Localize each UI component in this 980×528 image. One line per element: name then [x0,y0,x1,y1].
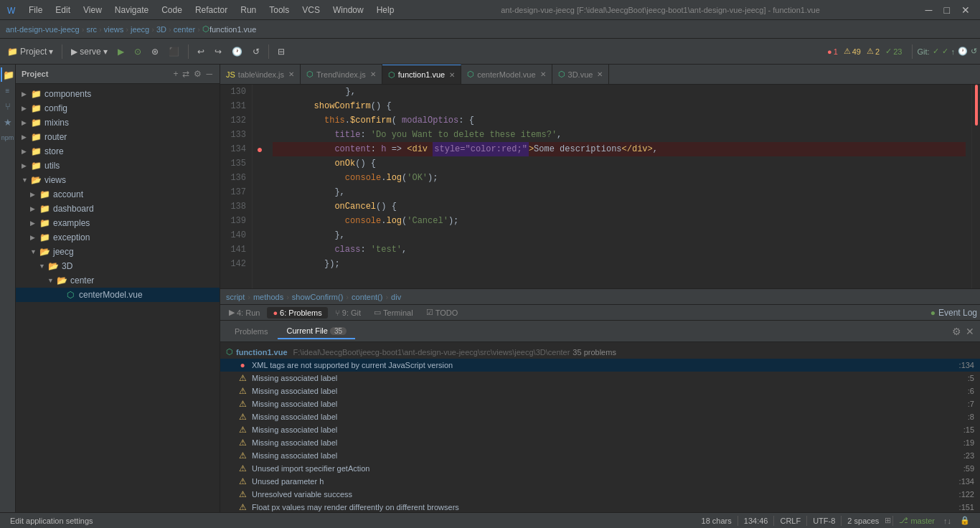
history-button[interactable]: 🕐 [227,44,247,60]
minimize-button[interactable]: ─ [921,3,937,17]
bottom-tab-run[interactable]: ▶ 4: Run [223,306,265,319]
menu-tools[interactable]: Tools [263,4,295,16]
status-settings[interactable]: Edit application settings [6,517,98,525]
problems-tab-all[interactable]: Problems [226,324,276,339]
problems-tab-current[interactable]: Current File 35 [278,324,355,339]
status-git-branch[interactable]: ⎇ master [895,516,939,525]
panel-add-button[interactable]: + [171,67,179,80]
problem-item-label1[interactable]: ⚠ Missing associated label :5 [220,372,980,385]
status-line-ending[interactable]: CRLF [776,517,805,525]
tree-item-components[interactable]: ▶ 📁 components [16,87,220,101]
menu-run[interactable]: Run [235,4,262,16]
status-lock-icon[interactable]: 🔒 [956,516,974,525]
problem-item-param-h[interactable]: ⚠ Unused parameter h :134 [220,475,980,488]
close-button[interactable]: ✕ [957,3,974,17]
problem-item-label4[interactable]: ⚠ Missing associated label :8 [220,410,980,423]
coverage-button[interactable]: ⊛ [147,44,163,60]
status-indent[interactable]: 2 spaces [843,517,883,525]
sidebar-icon-project[interactable]: 📁 [1,67,15,82]
menu-help[interactable]: Help [371,4,400,16]
maximize-button[interactable]: □ [940,3,954,17]
sidebar-icon-git[interactable]: ⑂ [1,99,15,113]
menu-code[interactable]: Code [156,4,188,16]
problem-item-float[interactable]: ⚠ Float px values may render differently… [220,501,980,512]
sidebar-icon-favorites[interactable]: ★ [1,115,15,129]
breadcrumb-item-2[interactable]: src [86,25,97,34]
problem-item-label5[interactable]: ⚠ Missing associated label :15 [220,423,980,436]
problem-item-xml[interactable]: ● XML tags are not supported by current … [220,359,980,372]
undo-button[interactable]: ↩ [193,44,209,60]
tree-item-center[interactable]: ▼ 📂 center [16,273,220,288]
sidebar-icon-structure[interactable]: ≡ [1,83,15,98]
bottom-tab-git[interactable]: ⑂ 9: Git [329,307,367,319]
tree-item-examples[interactable]: ▶ 📁 examples [16,216,220,230]
tab-close-4[interactable]: ✕ [540,70,546,78]
problems-close-icon[interactable]: ✕ [966,326,974,337]
tab-3d[interactable]: ⬡ 3D.vue ✕ [552,65,610,85]
split-horizontal[interactable]: ⊟ [273,44,289,60]
project-dropdown[interactable]: 📁 Project ▾ [3,44,57,60]
tree-item-exception[interactable]: ▶ 📁 exception [16,230,220,245]
status-chars[interactable]: 18 chars [697,517,736,525]
breadcrumb-item-1[interactable]: ant-design-vue-jeecg [6,25,80,34]
panel-minimize-button[interactable]: ─ [204,67,214,80]
menu-vcs[interactable]: VCS [296,4,326,16]
code-editor[interactable]: 130 131 132 133 134 135 136 137 138 139 … [220,85,980,288]
problem-item-success[interactable]: ⚠ Unresolved variable success :122 [220,488,980,501]
bottom-tab-todo[interactable]: ☑ TODO [420,306,464,319]
error-count[interactable]: ● 1 [827,47,838,56]
bottom-tab-terminal[interactable]: ▭ Terminal [368,306,419,319]
menu-file[interactable]: File [23,4,48,16]
debug-button[interactable]: ⊙ [130,44,146,60]
warning-count-2[interactable]: ⚠ 2 [867,47,880,56]
menu-view[interactable]: View [77,4,108,16]
breadcrumb-item-7[interactable]: function1.vue [209,25,256,34]
status-encoding[interactable]: UTF-8 [809,517,839,525]
tab-close-1[interactable]: ✕ [288,70,294,78]
warning-count[interactable]: ⚠ 49 [844,47,861,56]
stop-button[interactable]: ⬛ [164,44,184,60]
menu-navigate[interactable]: Navigate [109,4,154,16]
event-log-btn[interactable]: ● Event Log [930,308,977,318]
tree-item-centermodel[interactable]: ⬡ centerModel.vue [16,288,220,302]
redo-button[interactable]: ↪ [210,44,226,60]
tree-item-3d[interactable]: ▼ 📂 3D [16,259,220,273]
breadcrumb-item-4[interactable]: jeecg [131,25,149,34]
sidebar-icon-npm[interactable]: npm [1,131,15,145]
panel-settings-button[interactable]: ⚙ [192,67,203,80]
problem-item-label3[interactable]: ⚠ Missing associated label :7 [220,397,980,410]
tab-table-index[interactable]: JS table\index.js ✕ [220,65,301,85]
problem-item-getaction[interactable]: ⚠ Unused import specifier getAction :59 [220,462,980,475]
breadcrumb-item-6[interactable]: center [174,25,196,34]
tree-item-jeecg[interactable]: ▼ 📂 jeecg [16,245,220,259]
menu-edit[interactable]: Edit [50,4,76,16]
tree-item-account[interactable]: ▶ 📁 account [16,187,220,202]
tree-item-mixins[interactable]: ▶ 📁 mixins [16,116,220,130]
tab-function1[interactable]: ⬡ function1.vue ✕ [382,65,461,85]
tick-count[interactable]: ✓ 23 [885,47,902,56]
tree-item-utils[interactable]: ▶ 📁 utils [16,159,220,173]
serve-button[interactable]: ▶ serve ▾ [67,44,111,60]
breadcrumb-item-3[interactable]: views [104,25,124,34]
tab-close-5[interactable]: ✕ [597,70,603,78]
revert-button[interactable]: ↺ [248,44,264,60]
status-position[interactable]: 134:46 [740,517,773,525]
tab-centermodel[interactable]: ⬡ centerModel.vue ✕ [461,65,552,85]
panel-sync-button[interactable]: ⇄ [181,67,191,80]
bottom-tab-problems[interactable]: ● 6: Problems [267,307,327,319]
menu-window[interactable]: Window [327,4,369,16]
tab-close-3[interactable]: ✕ [449,71,455,79]
tab-close-2[interactable]: ✕ [370,70,376,78]
tree-item-dashboard[interactable]: ▶ 📁 dashboard [16,202,220,216]
tree-item-store[interactable]: ▶ 📁 store [16,144,220,159]
tree-item-router[interactable]: ▶ 📁 router [16,130,220,144]
breadcrumb-item-5[interactable]: 3D [156,25,166,34]
tree-item-config[interactable]: ▶ 📁 config [16,101,220,116]
problem-item-label6[interactable]: ⚠ Missing associated label :19 [220,436,980,449]
problem-item-label7[interactable]: ⚠ Missing associated label :23 [220,449,980,462]
run-button[interactable]: ▶ [113,44,128,60]
problems-settings-icon[interactable]: ⚙ [952,326,961,337]
menu-refactor[interactable]: Refactor [189,4,233,16]
breadcrumb-item-vue[interactable]: ⬡ [202,24,209,34]
problem-item-label2[interactable]: ⚠ Missing associated label :6 [220,385,980,397]
